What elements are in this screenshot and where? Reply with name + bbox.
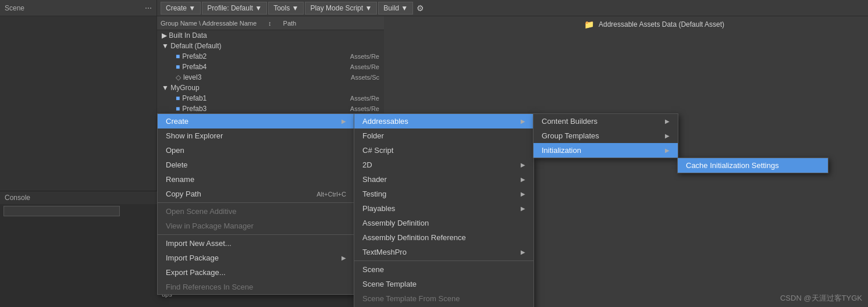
col-group-name: Group Name \ Addressable Name <box>161 20 257 27</box>
right-panel-title: 📁 Addressable Assets Data (Default Asset… <box>577 16 868 33</box>
ctx2-tmp-arrow: ▶ <box>521 249 525 255</box>
ctx-open-scene-additive-item: Open Scene Additive <box>158 204 354 219</box>
ctx2-testing-item[interactable]: Testing ▶ <box>354 187 533 201</box>
prefab3-row[interactable]: ■ Prefab3 Assets/Re <box>171 103 384 114</box>
context-menu-4: Cache Initialization Settings <box>677 158 828 173</box>
ctx-create-item[interactable]: Create ▶ <box>158 114 354 128</box>
context-menu-3: Content Builders ▶ Group Templates ▶ Ini… <box>533 113 678 158</box>
ctx3-group-templates-item[interactable]: Group Templates ▶ <box>533 128 678 143</box>
console-search <box>0 204 157 218</box>
ctx2-sep1 <box>354 260 533 261</box>
ctx2-scene-template-item[interactable]: Scene Template <box>354 277 533 291</box>
built-in-label: ▶ Built In Data <box>162 31 207 40</box>
ctx3-content-builders-item[interactable]: Content Builders ▶ <box>533 114 678 128</box>
prefab2-path: Assets/Re <box>350 53 379 60</box>
ctx-export-package-item[interactable]: Export Package... <box>158 265 354 280</box>
prefab1-path: Assets/Re <box>350 95 379 102</box>
ellipsis-icon[interactable]: ⋯ <box>145 4 152 12</box>
ctx3-init-arrow: ▶ <box>665 147 670 154</box>
level3-path: Assets/Sc <box>351 74 379 81</box>
mygroup-label: ▼ MyGroup <box>162 84 200 92</box>
ctx-view-pkg-item: View in Package Manager <box>158 219 354 233</box>
ctx2-playables-arrow: ▶ <box>521 205 525 212</box>
prefab3-icon: ■ <box>176 105 180 113</box>
ctx2-addressables-item[interactable]: Addressables ▶ <box>354 114 533 128</box>
ctx-copy-shortcut: Alt+Ctrl+C <box>316 191 346 198</box>
level3-label: level3 <box>183 73 201 81</box>
addr-header: Group Name \ Addressable Name ↕ Path <box>157 16 384 30</box>
col-sort[interactable]: ↕ <box>268 20 272 27</box>
ctx2-testing-arrow: ▶ <box>521 191 525 197</box>
prefab2-icon: ■ <box>176 52 180 60</box>
prefab1-label: Prefab1 <box>182 94 207 102</box>
right-panel-label: Addressable Assets Data (Default Asset) <box>599 20 724 28</box>
prefab4-icon: ■ <box>176 63 180 71</box>
context-menu-2: Addressables ▶ Folder C# Script 2D ▶ Sha… <box>354 113 534 307</box>
prefab2-row[interactable]: ■ Prefab2 Assets/Re <box>171 51 384 62</box>
prefab3-label: Prefab3 <box>182 105 207 113</box>
ctx-sep-2 <box>158 234 354 235</box>
ctx-copy-path-item[interactable]: Copy Path Alt+Ctrl+C <box>158 187 354 201</box>
ctx2-shader-arrow: ▶ <box>521 176 525 183</box>
console-label: Console <box>0 191 157 204</box>
ctx-show-explorer-item[interactable]: Show in Explorer <box>158 128 354 143</box>
ctx2-folder-item[interactable]: Folder <box>354 128 533 143</box>
ctx-import-new-item[interactable]: Import New Asset... <box>158 236 354 251</box>
col-path: Path <box>283 20 297 27</box>
play-mode-btn[interactable]: Play Mode Script ▼ <box>305 2 377 15</box>
toolbar: Create ▼ Profile: Default ▼ Tools ▼ Play… <box>157 0 868 16</box>
prefab4-path: Assets/Re <box>350 63 379 70</box>
ctx2-assembly-def-ref-item[interactable]: Assembly Definition Reference <box>354 230 533 245</box>
default-group-row[interactable]: ▼ Default (Default) <box>157 41 384 51</box>
profile-btn[interactable]: Profile: Default ▼ <box>202 2 267 15</box>
ctx2-scene-item[interactable]: Scene <box>354 262 533 277</box>
ctx3-cb-arrow: ▶ <box>665 118 670 124</box>
ctx2-addressables-arrow: ▶ <box>521 118 525 124</box>
settings-icon[interactable]: ⚙ <box>417 3 424 13</box>
prefab1-icon: ■ <box>176 94 180 102</box>
scene-label: Scene <box>5 4 24 12</box>
ctx2-2d-item[interactable]: 2D ▶ <box>354 158 533 172</box>
ctx2-shader-item[interactable]: Shader ▶ <box>354 172 533 187</box>
context-menu-1: Create ▶ Show in Explorer Open Delete Re… <box>157 113 355 295</box>
ctx2-scene-from-item: Scene Template From Scene <box>354 291 533 306</box>
build-btn[interactable]: Build ▼ <box>378 2 413 15</box>
ctx-delete-item[interactable]: Delete <box>158 158 354 172</box>
ctx-open-item[interactable]: Open <box>158 143 354 158</box>
prefab2-label: Prefab2 <box>182 52 207 60</box>
ctx-import-package-item[interactable]: Import Package ▶ <box>158 251 354 265</box>
create-btn[interactable]: Create ▼ <box>161 2 201 15</box>
ctx-find-refs-item: Find References In Scene <box>158 280 354 294</box>
tools-btn[interactable]: Tools ▼ <box>268 2 304 15</box>
ctx-rename-item[interactable]: Rename <box>158 172 354 187</box>
prefab4-row[interactable]: ■ Prefab4 Assets/Re <box>171 62 384 72</box>
mygroup-row[interactable]: ▼ MyGroup <box>157 83 384 93</box>
ctx3-gt-arrow: ▶ <box>665 133 670 139</box>
ctx2-assembly-def-item[interactable]: Assembly Definition <box>354 216 533 230</box>
ctx2-2d-arrow: ▶ <box>521 162 525 168</box>
ctx3-initialization-item[interactable]: Initialization ▶ <box>533 143 678 158</box>
console-area: Console <box>0 191 157 307</box>
prefab4-label: Prefab4 <box>182 63 207 71</box>
level3-row[interactable]: ◇ level3 Assets/Sc <box>171 72 384 83</box>
level3-icon: ◇ <box>176 73 181 81</box>
watermark: CSDN @天涯过客TYGK <box>780 293 862 304</box>
ctx2-playables-item[interactable]: Playables ▶ <box>354 201 533 216</box>
ctx-sep-1 <box>158 202 354 203</box>
ctx-import-arrow: ▶ <box>341 255 346 261</box>
ctx-create-arrow: ▶ <box>341 118 346 124</box>
left-panel-header: Scene ⋯ <box>0 0 156 16</box>
default-group-label: ▼ Default (Default) <box>162 42 222 50</box>
console-search-input[interactable] <box>3 206 120 216</box>
ctx2-csharp-item[interactable]: C# Script <box>354 143 533 158</box>
prefab1-row[interactable]: ■ Prefab1 Assets/Re <box>171 93 384 103</box>
ctx2-textmeshpro-item[interactable]: TextMeshPro ▶ <box>354 245 533 259</box>
built-in-row[interactable]: ▶ Built In Data <box>157 30 384 41</box>
ctx4-cache-init-item[interactable]: Cache Initialization Settings <box>678 158 828 173</box>
prefab3-path: Assets/Re <box>350 105 379 112</box>
